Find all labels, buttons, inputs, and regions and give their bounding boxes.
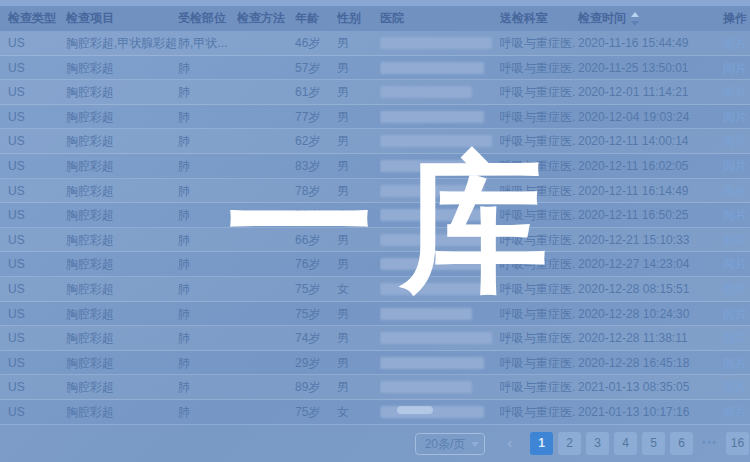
cell-type: US (8, 252, 60, 276)
table-row[interactable]: US胸腔彩超肺75岁男呼吸与重症医...2020-12-28 10:24:30阅… (0, 302, 750, 327)
cell-hospital (380, 203, 498, 227)
column-header-label: 送检科室 (500, 11, 548, 25)
cell-dept: 呼吸与重症医... (500, 80, 576, 104)
view-image-link[interactable]: 阅片 (723, 208, 747, 222)
cell-method (237, 80, 293, 104)
page-size-select[interactable]: 20条/页 (415, 433, 485, 455)
cell-age: 75岁 (295, 302, 335, 326)
cell-hospital (380, 105, 498, 129)
column-header-type: 检查类型 (8, 6, 60, 31)
cell-time: 2021-01-13 10:17:16 (578, 400, 720, 424)
page-button-3[interactable]: 3 (586, 432, 609, 455)
table-row[interactable]: US胸腔彩超肺83岁男呼吸与重症医...2020-12-11 16:02:05阅… (0, 154, 750, 179)
view-image-link[interactable]: 阅片 (723, 405, 747, 419)
cell-time: 2020-12-11 16:14:49 (578, 179, 720, 203)
cell-type: US (8, 400, 60, 424)
table-row[interactable]: US胸腔彩超肺29岁男呼吸与重症医...2020-12-28 16:45:18阅… (0, 351, 750, 376)
page-button-1[interactable]: 1 (530, 432, 553, 455)
page-button-4[interactable]: 4 (614, 432, 637, 455)
view-image-link[interactable]: 阅片 (723, 331, 747, 345)
redacted-hospital-block (380, 308, 472, 320)
column-header-label: 检查项目 (66, 11, 114, 25)
cell-age: 74岁 (295, 326, 335, 350)
redacted-hospital-block (380, 111, 484, 123)
cell-time: 2020-12-28 11:38:11 (578, 326, 720, 350)
cell-gender: 男 (337, 31, 377, 55)
table-row[interactable]: US胸腔彩超肺57岁男呼吸与重症医...2020-11-25 13:50:01阅… (0, 56, 750, 81)
cell-part: 肺 (178, 351, 235, 375)
view-image-link[interactable]: 阅片 (723, 282, 747, 296)
redacted-hospital-block (380, 332, 492, 344)
page-button-2[interactable]: 2 (558, 432, 581, 455)
table-row[interactable]: US胸腔彩超,甲状腺彩超肺,甲状...46岁男呼吸与重症医...2020-11-… (0, 31, 750, 56)
cell-action: 阅片 (723, 31, 750, 55)
cell-method (237, 326, 293, 350)
table-row[interactable]: US胸腔彩超肺61岁男呼吸与重症医...2020-12-01 11:14:21阅… (0, 80, 750, 105)
table-row[interactable]: US胸腔彩超肺77岁男呼吸与重症医...2020-12-04 19:03:24阅… (0, 105, 750, 130)
horizontal-scrollbar-thumb[interactable] (397, 406, 433, 414)
view-image-link[interactable]: 阅片 (723, 36, 747, 50)
view-image-link[interactable]: 阅片 (723, 110, 747, 124)
column-header-method: 检查方法 (237, 6, 293, 31)
exam-list-page: 检查类型检查项目受检部位检查方法年龄性别医院送检科室检查时间操作 US胸腔彩超,… (0, 0, 750, 462)
cell-method (237, 277, 293, 301)
cell-type: US (8, 277, 60, 301)
view-image-link[interactable]: 阅片 (723, 134, 747, 148)
column-header-label: 性别 (337, 11, 361, 25)
cell-item: 胸腔彩超 (66, 351, 176, 375)
column-header-time[interactable]: 检查时间 (578, 6, 720, 31)
cell-method (237, 203, 293, 227)
cell-type: US (8, 302, 60, 326)
view-image-link[interactable]: 阅片 (723, 257, 747, 271)
table-row[interactable]: US胸腔彩超肺62岁男呼吸与重症医...2020-12-11 14:00:14阅… (0, 129, 750, 154)
view-image-link[interactable]: 阅片 (723, 233, 747, 247)
page-button-5[interactable]: 5 (642, 432, 665, 455)
prev-page-button[interactable]: ‹ (498, 432, 521, 455)
view-image-link[interactable]: 阅片 (723, 356, 747, 370)
table-body: US胸腔彩超,甲状腺彩超肺,甲状...46岁男呼吸与重症医...2020-11-… (0, 31, 750, 425)
cell-dept: 呼吸与重症医... (500, 154, 576, 178)
view-image-link[interactable]: 阅片 (723, 159, 747, 173)
page-ellipsis[interactable]: ••• (698, 432, 721, 455)
cell-time: 2020-12-27 14:23:04 (578, 252, 720, 276)
table-row[interactable]: US胸腔彩超肺75岁女呼吸与重症医...2021-01-13 10:17:16阅… (0, 400, 750, 425)
view-image-link[interactable]: 阅片 (723, 184, 747, 198)
view-image-link[interactable]: 阅片 (723, 380, 747, 394)
table-row[interactable]: US胸腔彩超肺78岁男呼吸与重症医...2020-12-11 16:14:49阅… (0, 179, 750, 204)
cell-part: 肺 (178, 400, 235, 424)
view-image-link[interactable]: 阅片 (723, 61, 747, 75)
table-row[interactable]: US胸腔彩超肺89岁男呼吸与重症医...2021-01-13 08:35:05阅… (0, 375, 750, 400)
cell-part: 肺 (178, 56, 235, 80)
cell-time: 2020-12-21 15:10:33 (578, 228, 720, 252)
sort-caret-icon[interactable] (630, 12, 640, 26)
cell-action: 阅片 (723, 277, 750, 301)
table-row[interactable]: US胸腔彩超肺75岁女呼吸与重症医...2020-12-28 08:15:51阅… (0, 277, 750, 302)
cell-dept: 呼吸与重症医... (500, 351, 576, 375)
cell-item: 胸腔彩超 (66, 179, 176, 203)
page-button-6[interactable]: 6 (670, 432, 693, 455)
table-row[interactable]: US胸腔彩超肺66岁男呼吸与重症医...2020-12-21 15:10:33阅… (0, 228, 750, 253)
cell-item: 胸腔彩超 (66, 252, 176, 276)
column-header-gender: 性别 (337, 6, 377, 31)
view-image-link[interactable]: 阅片 (723, 307, 747, 321)
cell-time: 2020-12-28 08:15:51 (578, 277, 720, 301)
cell-hospital (380, 277, 498, 301)
cell-method (237, 351, 293, 375)
table-row[interactable]: US胸腔彩超肺76岁女呼吸与重症医...2020-12-11 16:50:25阅… (0, 203, 750, 228)
table-row[interactable]: US胸腔彩超肺74岁男呼吸与重症医...2020-12-28 11:38:11阅… (0, 326, 750, 351)
cell-item: 胸腔彩超 (66, 80, 176, 104)
cell-hospital (380, 31, 498, 55)
cell-method (237, 154, 293, 178)
column-header-age: 年龄 (295, 6, 335, 31)
page-button-16[interactable]: 16 (726, 432, 749, 455)
cell-gender: 男 (337, 252, 377, 276)
cell-item: 胸腔彩超 (66, 56, 176, 80)
cell-action: 阅片 (723, 326, 750, 350)
cell-dept: 呼吸与重症医... (500, 129, 576, 153)
cell-dept: 呼吸与重症医... (500, 326, 576, 350)
cell-method (237, 56, 293, 80)
view-image-link[interactable]: 阅片 (723, 85, 747, 99)
table-row[interactable]: US胸腔彩超肺76岁男呼吸与重症医...2020-12-27 14:23:04阅… (0, 252, 750, 277)
cell-type: US (8, 228, 60, 252)
column-header-label: 受检部位 (178, 11, 226, 25)
